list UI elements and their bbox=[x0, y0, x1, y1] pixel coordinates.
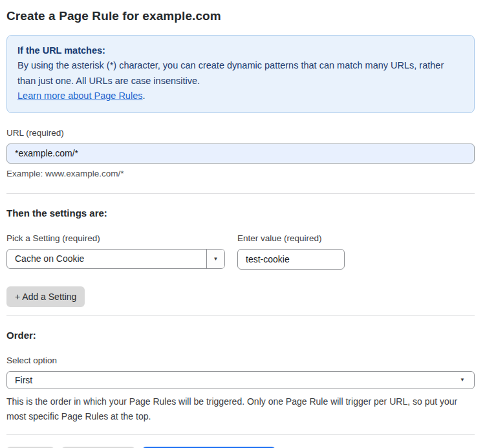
info-heading: If the URL matches: bbox=[17, 43, 464, 58]
info-link-line: Learn more about Page Rules. bbox=[17, 89, 464, 103]
divider bbox=[6, 315, 475, 316]
order-select-label: Select option bbox=[6, 356, 475, 365]
setting-select[interactable]: Cache on Cookie ▼ bbox=[6, 249, 225, 269]
setting-select-value: Cache on Cookie bbox=[7, 250, 206, 268]
setting-row: Pick a Setting (required) Cache on Cooki… bbox=[6, 219, 475, 270]
chevron-down-icon: ▼ bbox=[460, 377, 465, 383]
add-setting-button[interactable]: + Add a Setting bbox=[6, 286, 85, 307]
order-section-heading: Order: bbox=[6, 330, 475, 341]
chevron-down-icon[interactable]: ▼ bbox=[206, 250, 224, 268]
pick-setting-label: Pick a Setting (required) bbox=[6, 233, 225, 243]
setting-picker-column: Pick a Setting (required) Cache on Cooki… bbox=[6, 219, 225, 269]
divider bbox=[6, 193, 475, 194]
learn-more-link[interactable]: Learn more about Page Rules bbox=[17, 91, 142, 101]
url-field-label: URL (required) bbox=[6, 128, 475, 138]
divider bbox=[6, 434, 475, 435]
settings-section-heading: Then the settings are: bbox=[6, 208, 475, 219]
link-suffix: . bbox=[142, 91, 145, 101]
url-example-helper: Example: www.example.com/* bbox=[6, 169, 475, 178]
order-select-value: First bbox=[15, 375, 460, 385]
setting-value-input[interactable] bbox=[237, 249, 345, 270]
enter-value-label: Enter value (required) bbox=[237, 233, 345, 243]
url-match-info-callout: If the URL matches: By using the asteris… bbox=[6, 35, 475, 113]
info-body-text: By using the asterisk (*) character, you… bbox=[17, 58, 464, 89]
create-page-rule-form: Create a Page Rule for example.com If th… bbox=[0, 0, 485, 448]
order-helper-text: This is the order in which your Page Rul… bbox=[6, 394, 475, 423]
setting-value-column: Enter value (required) bbox=[237, 223, 345, 270]
order-select[interactable]: First ▼ bbox=[6, 371, 475, 389]
page-title: Create a Page Rule for example.com bbox=[6, 9, 475, 23]
url-input[interactable] bbox=[6, 144, 475, 164]
